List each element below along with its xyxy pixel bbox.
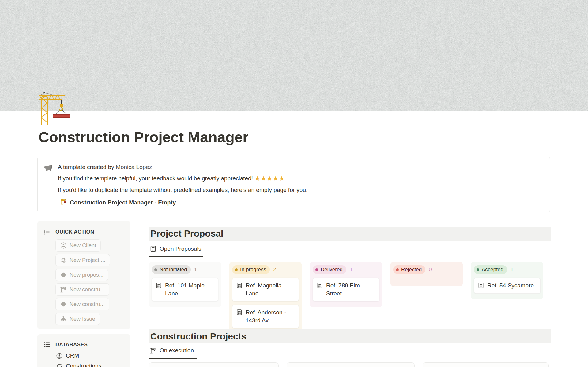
calculator-icon xyxy=(236,282,243,289)
databases-title: DATABASES xyxy=(55,342,88,348)
author-link[interactable]: Monica Lopez xyxy=(116,164,152,170)
column-header: Not initiated1 xyxy=(152,265,218,274)
card-title: Ref. Magnolia Lane xyxy=(246,282,295,298)
list-icon xyxy=(43,341,50,348)
card-title: Ref. 54 Sycamore xyxy=(487,282,534,290)
column-header: Accepted1 xyxy=(474,265,541,274)
sync-icon xyxy=(56,363,63,367)
board-column-in-progress: In progress2Ref. Magnolia LaneRef. Ander… xyxy=(229,262,302,334)
circle-icon xyxy=(60,301,67,308)
megaphone-icon xyxy=(43,163,53,206)
board-column-not-initiated: Not initiated1Ref. 101 Maple Lane xyxy=(149,262,221,307)
empty-page-link-row[interactable]: Construction Project Manager - Empty xyxy=(60,198,307,207)
bug-icon xyxy=(60,316,67,322)
quick-action-button-new-constru[interactable]: New constru... xyxy=(55,298,109,310)
databases-panel: DATABASES CRMConstructions xyxy=(37,334,130,367)
button-label: New Project ... xyxy=(70,257,105,264)
status-dot-icon xyxy=(235,268,238,271)
column-count: 0 xyxy=(429,267,432,273)
board-column-rejected: Rejected0 xyxy=(390,262,463,286)
board-column-delivered: Delivered1Ref. 789 Elm Street xyxy=(310,262,382,307)
database-link-crm[interactable]: CRM xyxy=(56,352,130,360)
proposal-card[interactable]: Ref. Anderson - 143rd Av xyxy=(232,305,299,328)
column-count: 1 xyxy=(350,267,352,273)
tab-open-proposals[interactable]: Open Proposals xyxy=(150,245,201,252)
main-content: Project Proposal Open Proposals Not init… xyxy=(149,227,551,367)
database-label: CRM xyxy=(66,352,79,360)
status-dot-icon xyxy=(154,268,157,271)
status-label: Rejected xyxy=(401,267,422,273)
calculator-icon xyxy=(156,282,162,289)
quick-action-button-new-project[interactable]: New Project ... xyxy=(55,254,110,266)
burst-icon xyxy=(60,257,67,264)
status-pill[interactable]: In progress xyxy=(232,265,270,274)
quick-action-button-new-constru[interactable]: New constru... xyxy=(55,283,109,296)
five-stars-icon: ★★★★★ xyxy=(254,175,285,182)
status-label: Not initiated xyxy=(160,267,187,273)
column-cards: Ref. 101 Maple Lane xyxy=(152,278,218,301)
button-label: New Issue xyxy=(70,316,95,322)
empty-page-link[interactable]: Construction Project Manager - Empty xyxy=(70,198,176,207)
proposal-card[interactable]: Ref. Magnolia Lane xyxy=(232,278,299,301)
status-dot-icon xyxy=(477,268,479,271)
tab-divider xyxy=(149,359,551,359)
status-label: In progress xyxy=(240,267,266,273)
column-cards: Ref. 54 Sycamore xyxy=(474,278,541,294)
button-label: New constru... xyxy=(70,286,105,293)
callout-line-duplicate: If you'd like to duplicate the template … xyxy=(58,186,307,194)
proposal-card[interactable]: Ref. 789 Elm Street xyxy=(313,278,379,301)
tab-divider xyxy=(149,257,551,257)
status-label: Accepted xyxy=(482,267,503,273)
active-tab-indicator xyxy=(149,358,197,359)
status-dot-icon xyxy=(315,268,318,271)
execution-board xyxy=(149,362,549,367)
card-title: Ref. 789 Elm Street xyxy=(326,282,375,298)
proposal-card[interactable]: Ref. 54 Sycamore xyxy=(474,278,541,294)
status-dot-icon xyxy=(396,268,399,271)
proposal-card[interactable]: Ref. 101 Maple Lane xyxy=(152,278,218,301)
quick-action-buttons: New ClientNew Project ...New propos...Ne… xyxy=(55,239,130,325)
quick-action-button-new-propos[interactable]: New propos... xyxy=(55,269,108,281)
page-title: Construction Project Manager xyxy=(38,129,248,146)
column-count: 2 xyxy=(273,267,276,273)
construction-crane-icon[interactable] xyxy=(37,91,77,126)
column-count: 1 xyxy=(194,267,197,273)
calculator-icon xyxy=(236,309,243,316)
status-label: Delivered xyxy=(321,267,343,273)
database-label: Constructions xyxy=(66,362,101,367)
database-link-constructions[interactable]: Constructions xyxy=(56,362,130,367)
board-column xyxy=(423,362,549,367)
section-heading-construction-projects: Construction Projects xyxy=(149,329,551,343)
calculator-icon xyxy=(478,282,484,289)
board-column xyxy=(287,362,415,367)
calculator-icon xyxy=(150,245,156,252)
status-pill[interactable]: Rejected xyxy=(393,265,425,274)
tab-label: Open Proposals xyxy=(160,245,201,252)
button-label: New propos... xyxy=(70,272,104,278)
database-links: CRMConstructions xyxy=(56,352,130,367)
calculator-icon xyxy=(317,282,323,289)
tab-on-execution[interactable]: On execution xyxy=(150,347,194,354)
circle-icon xyxy=(60,272,67,278)
status-pill[interactable]: Delivered xyxy=(313,265,346,274)
person-dashed-icon xyxy=(56,353,63,359)
person-dashed-icon xyxy=(60,242,67,249)
button-label: New Client xyxy=(70,242,96,249)
card-title: Ref. Anderson - 143rd Av xyxy=(246,309,295,324)
status-pill[interactable]: Accepted xyxy=(474,265,507,274)
status-pill[interactable]: Not initiated xyxy=(152,265,191,274)
list-icon xyxy=(43,228,50,236)
quick-action-panel: QUICK ACTION New ClientNew Project ...Ne… xyxy=(37,221,130,329)
section-heading-project-proposal: Project Proposal xyxy=(149,227,551,241)
board-column xyxy=(149,362,279,367)
column-count: 1 xyxy=(511,267,513,273)
cover-image xyxy=(0,0,588,111)
active-tab-indicator xyxy=(149,256,203,257)
board-column-accepted: Accepted1Ref. 54 Sycamore xyxy=(471,262,543,299)
column-header: Delivered1 xyxy=(313,265,379,274)
crane-mono-icon xyxy=(150,347,156,354)
quick-action-button-new-client[interactable]: New Client xyxy=(55,239,101,252)
quick-action-title: QUICK ACTION xyxy=(55,229,94,235)
quick-action-button-new-issue[interactable]: New Issue xyxy=(55,313,100,325)
proposal-board: Not initiated1Ref. 101 Maple LaneIn prog… xyxy=(149,262,543,334)
